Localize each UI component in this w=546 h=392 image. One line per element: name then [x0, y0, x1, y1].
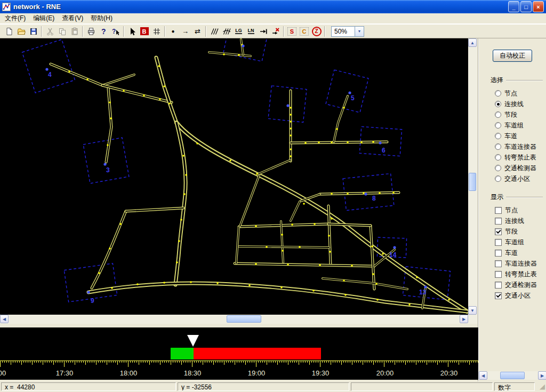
radio-icon[interactable] — [495, 122, 501, 129]
pointer-tool-button[interactable] — [126, 26, 138, 37]
timeline-panel[interactable]: 0017:3018:0018:3019:0019:3020:0020:30 — [0, 327, 478, 380]
paste-button[interactable] — [68, 26, 81, 37]
resize-grip[interactable]: ◢ — [536, 382, 545, 391]
road-segment[interactable] — [291, 202, 300, 221]
zoom-select[interactable]: 50% ▼ — [331, 26, 364, 37]
timeline-interval-bar[interactable] — [194, 348, 321, 359]
road-segment[interactable] — [102, 75, 134, 85]
auto-correct-button[interactable]: 自动校正 — [493, 50, 532, 62]
display-option-4[interactable]: 车道 — [479, 247, 546, 258]
chevron-down-icon[interactable]: ▼ — [355, 27, 364, 36]
traffic-zone-outline[interactable] — [22, 39, 75, 93]
display-option-6[interactable]: 转弯禁止表 — [479, 269, 546, 279]
link-tool-button[interactable]: → — [179, 26, 191, 37]
road-segment[interactable] — [334, 96, 348, 142]
grid-tool-button[interactable] — [150, 26, 163, 37]
panel-scroll-right-button[interactable]: ▶ — [538, 371, 546, 380]
checkbox-icon[interactable] — [495, 260, 502, 267]
menu-help[interactable]: 帮助(H) — [87, 13, 116, 24]
scroll-left-button[interactable]: ◀ — [0, 315, 9, 323]
close-button[interactable]: × — [533, 1, 544, 12]
road-segment[interactable] — [106, 89, 111, 162]
multi-lanes-tool-button[interactable] — [220, 26, 232, 37]
lane-connector-tool-button[interactable] — [257, 26, 269, 37]
display-option-1[interactable]: 连接线 — [479, 215, 546, 226]
road-segment[interactable] — [89, 283, 467, 311]
map-vertical-scrollbar[interactable]: ▲ ▼ — [468, 38, 477, 315]
cut-button[interactable] — [44, 26, 56, 37]
lanes-tool-button[interactable] — [208, 26, 220, 37]
road-segment[interactable] — [239, 246, 329, 247]
road-segment[interactable] — [259, 160, 291, 174]
map-horizontal-scrollbar[interactable]: ◀ ▶ — [0, 315, 468, 324]
map-canvas[interactable]: 4536814913 — [0, 38, 468, 315]
menu-view[interactable]: 查看(V) — [58, 13, 87, 24]
select-option-7[interactable]: 交通检测器 — [479, 163, 546, 173]
panel-scroll-left-button[interactable]: ◀ — [479, 371, 487, 380]
display-option-7[interactable]: 交通检测器 — [479, 279, 546, 290]
b-tool-button[interactable]: B — [138, 26, 150, 37]
zone-centroid[interactable] — [348, 91, 351, 94]
select-option-2[interactable]: 节段 — [479, 109, 546, 120]
road-segment[interactable] — [175, 123, 186, 285]
open-file-button[interactable] — [15, 26, 27, 37]
turn-ban-tool-button[interactable] — [269, 26, 282, 37]
display-option-8[interactable]: 交通小区 — [479, 290, 546, 301]
radio-icon[interactable] — [495, 101, 501, 107]
checkbox-icon[interactable] — [495, 250, 502, 257]
checkbox-icon[interactable] — [495, 271, 502, 278]
minimize-button[interactable]: _ — [508, 1, 519, 12]
radio-icon[interactable] — [495, 111, 501, 118]
map-svg[interactable]: 4536814913 — [0, 38, 468, 315]
select-option-1[interactable]: 连接线 — [479, 99, 546, 109]
panel-horizontal-scrollbar[interactable]: ◀ ▶ — [479, 371, 546, 380]
zone-centroid[interactable] — [379, 141, 381, 144]
checkbox-icon[interactable] — [495, 239, 502, 246]
help-button[interactable]: ? — [97, 26, 109, 37]
road-segment[interactable] — [323, 278, 407, 289]
road-segment[interactable] — [209, 52, 251, 56]
checkbox-icon[interactable] — [495, 207, 502, 214]
select-option-6[interactable]: 转弯禁止表 — [479, 152, 546, 163]
timeline-marker[interactable] — [187, 335, 199, 347]
zone-centroid[interactable] — [45, 68, 48, 70]
print-button[interactable] — [85, 26, 97, 37]
display-option-0[interactable]: 节点 — [479, 205, 546, 215]
road-segment[interactable] — [51, 64, 102, 85]
display-option-5[interactable]: 车道连接器 — [479, 258, 546, 269]
radio-icon[interactable] — [495, 165, 501, 171]
traffic-zone-outline[interactable] — [223, 38, 268, 61]
horizontal-scroll-thumb[interactable] — [227, 315, 261, 323]
checkbox-icon[interactable] — [495, 282, 502, 289]
vertical-scroll-thumb[interactable] — [469, 173, 476, 191]
lg-tool-button[interactable]: LG — [232, 26, 245, 37]
traffic-zone-outline[interactable] — [326, 70, 368, 113]
scroll-up-button[interactable]: ▲ — [468, 38, 477, 47]
c-tool-button[interactable]: C — [298, 26, 310, 37]
context-help-button[interactable]: ? — [109, 26, 122, 37]
timeline-svg[interactable]: 0017:3018:0018:3019:0019:3020:0020:30 — [0, 327, 478, 380]
new-file-button[interactable] — [3, 26, 15, 37]
zone-centroid[interactable] — [393, 246, 396, 249]
select-option-0[interactable]: 节点 — [479, 88, 546, 99]
scroll-down-button[interactable]: ▼ — [468, 306, 477, 315]
panel-scroll-thumb[interactable] — [500, 372, 525, 379]
select-option-3[interactable]: 车道组 — [479, 120, 546, 131]
road-segment[interactable] — [328, 224, 371, 226]
scroll-right-button[interactable]: ▶ — [460, 315, 468, 323]
menu-edit[interactable]: 编辑(E) — [29, 13, 58, 24]
z-tool-button[interactable]: Z — [310, 26, 323, 37]
display-option-3[interactable]: 车道组 — [479, 237, 546, 247]
radio-icon[interactable] — [495, 90, 501, 97]
node-tool-button[interactable]: ● — [167, 26, 179, 37]
road-segment[interactable] — [102, 85, 172, 102]
zone-centroid[interactable] — [242, 44, 244, 47]
timeline-interval-bar[interactable] — [171, 348, 194, 359]
zone-centroid[interactable] — [364, 193, 367, 195]
ln-tool-button[interactable]: LN — [245, 26, 257, 37]
zone-centroid[interactable] — [103, 163, 106, 165]
road-segment[interactable] — [156, 58, 176, 123]
select-option-8[interactable]: 交通小区 — [479, 173, 546, 184]
traffic-zone-outline[interactable] — [64, 263, 117, 302]
s-tool-button[interactable]: S — [286, 26, 298, 37]
